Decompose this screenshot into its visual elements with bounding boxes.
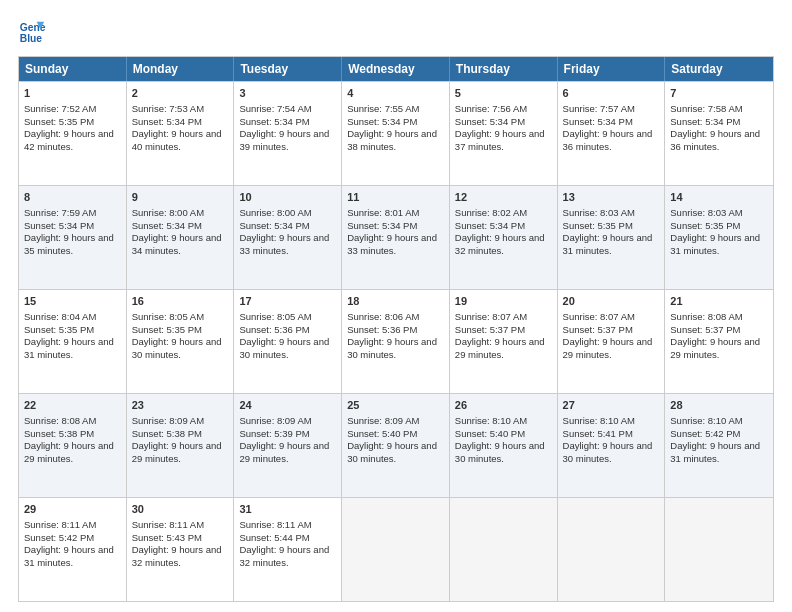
daylight: Daylight: 9 hours and 30 minutes. (132, 336, 222, 360)
daylight: Daylight: 9 hours and 32 minutes. (132, 544, 222, 568)
header: General Blue (18, 18, 774, 46)
sunset: Sunset: 5:34 PM (455, 220, 525, 231)
sunset: Sunset: 5:35 PM (24, 324, 94, 335)
sunset: Sunset: 5:35 PM (563, 220, 633, 231)
daylight: Daylight: 9 hours and 31 minutes. (670, 232, 760, 256)
daylight: Daylight: 9 hours and 30 minutes. (563, 440, 653, 464)
calendar-row: 1Sunrise: 7:52 AMSunset: 5:35 PMDaylight… (19, 81, 773, 185)
sunrise: Sunrise: 8:11 AM (239, 519, 311, 530)
day-number: 20 (563, 294, 660, 309)
daylight: Daylight: 9 hours and 39 minutes. (239, 128, 329, 152)
calendar-cell-13: 13Sunrise: 8:03 AMSunset: 5:35 PMDayligh… (558, 186, 666, 289)
sunset: Sunset: 5:37 PM (670, 324, 740, 335)
sunset: Sunset: 5:38 PM (24, 428, 94, 439)
daylight: Daylight: 9 hours and 36 minutes. (563, 128, 653, 152)
sunset: Sunset: 5:36 PM (239, 324, 309, 335)
day-number: 23 (132, 398, 229, 413)
calendar-row: 22Sunrise: 8:08 AMSunset: 5:38 PMDayligh… (19, 393, 773, 497)
sunset: Sunset: 5:34 PM (239, 116, 309, 127)
day-number: 28 (670, 398, 768, 413)
sunset: Sunset: 5:34 PM (239, 220, 309, 231)
calendar-row: 8Sunrise: 7:59 AMSunset: 5:34 PMDaylight… (19, 185, 773, 289)
daylight: Daylight: 9 hours and 29 minutes. (670, 336, 760, 360)
day-number: 13 (563, 190, 660, 205)
day-number: 26 (455, 398, 552, 413)
sunset: Sunset: 5:37 PM (455, 324, 525, 335)
day-number: 2 (132, 86, 229, 101)
sunset: Sunset: 5:34 PM (132, 116, 202, 127)
day-number: 18 (347, 294, 444, 309)
calendar-cell-17: 17Sunrise: 8:05 AMSunset: 5:36 PMDayligh… (234, 290, 342, 393)
sunrise: Sunrise: 8:10 AM (455, 415, 527, 426)
sunset: Sunset: 5:35 PM (670, 220, 740, 231)
daylight: Daylight: 9 hours and 36 minutes. (670, 128, 760, 152)
day-number: 19 (455, 294, 552, 309)
sunset: Sunset: 5:38 PM (132, 428, 202, 439)
sunset: Sunset: 5:40 PM (347, 428, 417, 439)
daylight: Daylight: 9 hours and 30 minutes. (347, 440, 437, 464)
day-number: 24 (239, 398, 336, 413)
daylight: Daylight: 9 hours and 30 minutes. (239, 336, 329, 360)
day-number: 22 (24, 398, 121, 413)
daylight: Daylight: 9 hours and 29 minutes. (563, 336, 653, 360)
calendar-cell-6: 6Sunrise: 7:57 AMSunset: 5:34 PMDaylight… (558, 82, 666, 185)
calendar-cell-21: 21Sunrise: 8:08 AMSunset: 5:37 PMDayligh… (665, 290, 773, 393)
sunrise: Sunrise: 8:03 AM (670, 207, 742, 218)
sunrise: Sunrise: 8:08 AM (670, 311, 742, 322)
day-number: 6 (563, 86, 660, 101)
sunset: Sunset: 5:39 PM (239, 428, 309, 439)
sunrise: Sunrise: 7:53 AM (132, 103, 204, 114)
sunrise: Sunrise: 8:10 AM (563, 415, 635, 426)
calendar-cell-22: 22Sunrise: 8:08 AMSunset: 5:38 PMDayligh… (19, 394, 127, 497)
sunrise: Sunrise: 8:11 AM (24, 519, 96, 530)
day-number: 27 (563, 398, 660, 413)
calendar-cell-5: 5Sunrise: 7:56 AMSunset: 5:34 PMDaylight… (450, 82, 558, 185)
day-number: 8 (24, 190, 121, 205)
calendar-cell-30: 30Sunrise: 8:11 AMSunset: 5:43 PMDayligh… (127, 498, 235, 601)
sunrise: Sunrise: 7:57 AM (563, 103, 635, 114)
sunrise: Sunrise: 8:00 AM (132, 207, 204, 218)
calendar-cell-7: 7Sunrise: 7:58 AMSunset: 5:34 PMDaylight… (665, 82, 773, 185)
day-number: 15 (24, 294, 121, 309)
sunrise: Sunrise: 8:07 AM (455, 311, 527, 322)
calendar-cell-16: 16Sunrise: 8:05 AMSunset: 5:35 PMDayligh… (127, 290, 235, 393)
sunset: Sunset: 5:34 PM (563, 116, 633, 127)
sunrise: Sunrise: 7:52 AM (24, 103, 96, 114)
day-number: 5 (455, 86, 552, 101)
daylight: Daylight: 9 hours and 40 minutes. (132, 128, 222, 152)
day-number: 25 (347, 398, 444, 413)
sunset: Sunset: 5:34 PM (670, 116, 740, 127)
calendar-cell-19: 19Sunrise: 8:07 AMSunset: 5:37 PMDayligh… (450, 290, 558, 393)
calendar-body: 1Sunrise: 7:52 AMSunset: 5:35 PMDaylight… (19, 81, 773, 601)
calendar-row: 15Sunrise: 8:04 AMSunset: 5:35 PMDayligh… (19, 289, 773, 393)
calendar-cell-4: 4Sunrise: 7:55 AMSunset: 5:34 PMDaylight… (342, 82, 450, 185)
daylight: Daylight: 9 hours and 42 minutes. (24, 128, 114, 152)
daylight: Daylight: 9 hours and 38 minutes. (347, 128, 437, 152)
calendar-cell-2: 2Sunrise: 7:53 AMSunset: 5:34 PMDaylight… (127, 82, 235, 185)
calendar-cell-26: 26Sunrise: 8:10 AMSunset: 5:40 PMDayligh… (450, 394, 558, 497)
sunrise: Sunrise: 7:56 AM (455, 103, 527, 114)
sunset: Sunset: 5:34 PM (455, 116, 525, 127)
sunset: Sunset: 5:35 PM (24, 116, 94, 127)
calendar-cell-11: 11Sunrise: 8:01 AMSunset: 5:34 PMDayligh… (342, 186, 450, 289)
calendar-cell-empty (450, 498, 558, 601)
sunrise: Sunrise: 8:02 AM (455, 207, 527, 218)
sunset: Sunset: 5:34 PM (347, 116, 417, 127)
calendar-cell-31: 31Sunrise: 8:11 AMSunset: 5:44 PMDayligh… (234, 498, 342, 601)
day-number: 3 (239, 86, 336, 101)
day-number: 10 (239, 190, 336, 205)
calendar-cell-1: 1Sunrise: 7:52 AMSunset: 5:35 PMDaylight… (19, 82, 127, 185)
sunrise: Sunrise: 8:06 AM (347, 311, 419, 322)
sunrise: Sunrise: 7:54 AM (239, 103, 311, 114)
day-number: 11 (347, 190, 444, 205)
logo: General Blue (18, 18, 46, 46)
daylight: Daylight: 9 hours and 29 minutes. (239, 440, 329, 464)
daylight: Daylight: 9 hours and 31 minutes. (24, 544, 114, 568)
day-number: 29 (24, 502, 121, 517)
sunrise: Sunrise: 8:00 AM (239, 207, 311, 218)
page: General Blue SundayMondayTuesdayWednesda… (0, 0, 792, 612)
day-number: 17 (239, 294, 336, 309)
sunrise: Sunrise: 8:09 AM (239, 415, 311, 426)
sunset: Sunset: 5:40 PM (455, 428, 525, 439)
daylight: Daylight: 9 hours and 31 minutes. (563, 232, 653, 256)
